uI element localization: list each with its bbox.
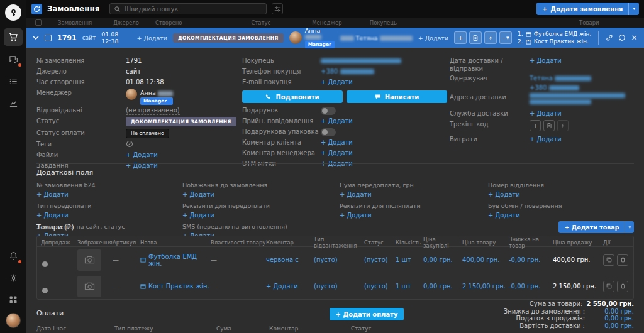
add-tracking-button[interactable]: + bbox=[530, 120, 541, 131]
add-delivery-service-link[interactable]: + Додати bbox=[530, 109, 562, 117]
add-delivery-link[interactable]: + Додати bbox=[418, 35, 448, 41]
tracking-lightning-button[interactable] bbox=[557, 120, 569, 131]
column-header[interactable]: Статус bbox=[251, 19, 270, 26]
status-link[interactable]: (пусто) bbox=[364, 256, 396, 264]
add-product-dropdown[interactable]: ▾ bbox=[625, 221, 634, 233]
status-badge[interactable]: ДОКОМПЛЕКТАЦИЯ ЗАМОВЛЕННЯ bbox=[126, 117, 236, 126]
search-settings-button[interactable] bbox=[272, 3, 283, 14]
column-header[interactable]: Створено bbox=[155, 19, 182, 26]
no-tags-icon[interactable] bbox=[126, 140, 133, 148]
sidebar-item-apps[interactable] bbox=[4, 291, 23, 308]
total-delivery-value[interactable]: 0,00 грн. bbox=[589, 322, 634, 330]
delivery-address[interactable] bbox=[530, 93, 625, 104]
add-order-dropdown[interactable]: ▾ bbox=[628, 3, 639, 15]
product-row[interactable]: — Кост Практик жін. — + Додати (пусто) (… bbox=[37, 273, 633, 299]
manager-value[interactable]: Анна Manager bbox=[126, 89, 173, 105]
add-field-link[interactable]: + Додати bbox=[340, 212, 372, 219]
add-greeting-link[interactable]: + Додати bbox=[321, 117, 353, 125]
add-product-button[interactable]: + Додати товар ▾ bbox=[558, 221, 634, 233]
write-button[interactable]: Написати bbox=[347, 90, 447, 103]
gift-wrap-toggle[interactable] bbox=[321, 128, 336, 136]
select-all-checkbox[interactable] bbox=[35, 19, 42, 26]
product-name-link[interactable]: Футболка ЕМД жін. bbox=[140, 253, 211, 267]
lightning-button[interactable] bbox=[484, 31, 497, 44]
comment-link[interactable]: червона с bbox=[266, 256, 314, 264]
add-files-link[interactable]: + Додати bbox=[126, 151, 158, 159]
gift-toggle[interactable] bbox=[321, 107, 336, 115]
responsible-value[interactable]: (не призначено) bbox=[126, 106, 180, 115]
add-field-link[interactable]: + Додати bbox=[488, 191, 520, 198]
column-header[interactable]: Джерело bbox=[113, 19, 139, 26]
sidebar-item-chats[interactable] bbox=[4, 50, 23, 68]
column-header[interactable]: Менеджер bbox=[312, 19, 342, 26]
add-email-link[interactable]: + Додати bbox=[321, 78, 353, 86]
purchase-price-link[interactable]: 0,00 грн. bbox=[423, 282, 462, 290]
search-input[interactable] bbox=[124, 6, 262, 13]
user-avatar[interactable] bbox=[6, 313, 21, 328]
product-price-link[interactable]: 400,00 грн. bbox=[462, 256, 509, 264]
more-actions-button[interactable]: – ▾ bbox=[499, 31, 512, 44]
order-manager[interactable]: Анна Manager bbox=[289, 28, 335, 48]
close-icon[interactable]: × bbox=[631, 35, 638, 41]
quantity-link[interactable]: 1 шт bbox=[396, 282, 423, 290]
purchase-price-link[interactable]: 0,00 грн. bbox=[423, 256, 462, 264]
add-field-link[interactable]: + Додати bbox=[36, 191, 69, 198]
link-icon[interactable] bbox=[606, 34, 613, 41]
column-header[interactable]: Товари bbox=[579, 19, 599, 26]
quantity-link[interactable]: 1 шт bbox=[396, 256, 423, 264]
add-field-link[interactable]: + Додати bbox=[488, 212, 520, 219]
document-button[interactable] bbox=[469, 31, 482, 44]
history-icon[interactable] bbox=[618, 34, 626, 41]
total-tax-value[interactable]: 0,00 грн. bbox=[589, 315, 634, 322]
sidebar-item-orders[interactable] bbox=[4, 28, 23, 46]
receiver-phone-link[interactable]: +380 bbox=[530, 84, 591, 92]
add-tag-link[interactable]: + Додати bbox=[137, 35, 167, 41]
collapse-chevron-icon[interactable] bbox=[33, 36, 39, 40]
copy-icon[interactable] bbox=[603, 254, 614, 266]
add-manager-comment-link[interactable]: + Додати bbox=[321, 149, 353, 157]
copy-icon[interactable] bbox=[603, 281, 614, 292]
sidebar-item-notifications[interactable] bbox=[4, 247, 23, 265]
add-payment-button[interactable]: + Додати оплату bbox=[330, 308, 404, 320]
sidebar-item-settings[interactable] bbox=[4, 269, 23, 287]
status-link[interactable]: (пусто) bbox=[364, 282, 396, 290]
app-logo[interactable] bbox=[5, 4, 21, 21]
product-image-placeholder[interactable] bbox=[77, 249, 101, 271]
payment-status-badge[interactable]: Не сплачено bbox=[126, 129, 169, 138]
add-costs-link[interactable]: + Додати bbox=[530, 135, 562, 143]
discount-link[interactable]: -0,00 грн. bbox=[509, 282, 553, 290]
sidebar-item-pipelines[interactable] bbox=[4, 72, 23, 90]
sidebar-item-analytics[interactable] bbox=[4, 94, 23, 112]
buyer-link[interactable] bbox=[321, 57, 401, 65]
trash-icon[interactable] bbox=[617, 254, 628, 266]
trash-icon[interactable] bbox=[617, 281, 628, 292]
total-discount-value[interactable]: 0,00 грн. bbox=[589, 308, 634, 315]
receiver-link[interactable]: Тетяна bbox=[530, 74, 591, 82]
column-header[interactable]: Покупець bbox=[370, 19, 397, 26]
add-order-button[interactable]: +Додати замовлення ▾ bbox=[536, 3, 639, 15]
add-field-link[interactable]: + Додати bbox=[182, 212, 214, 219]
order-row-expanded-header[interactable]: 1791 сайт 01.08 12:38 + Додати ДОКОМПЛЕК… bbox=[26, 28, 644, 48]
search-box[interactable] bbox=[109, 3, 267, 14]
product-image-placeholder[interactable] bbox=[77, 276, 101, 297]
comment-link[interactable]: + Додати bbox=[266, 282, 314, 290]
product-name-link[interactable]: Кост Практик жін. bbox=[140, 283, 211, 290]
tracking-document-button[interactable] bbox=[543, 120, 555, 131]
add-client-comment-link[interactable]: + Додати bbox=[321, 138, 353, 146]
call-button[interactable]: Подзвонити bbox=[242, 90, 343, 103]
column-header[interactable]: Замовлення bbox=[58, 19, 92, 26]
add-field-link[interactable]: + Додати bbox=[36, 212, 69, 219]
order-status-badge[interactable]: ДОКОМПЛЕКТАЦИЯ ЗАМОВЛЕННЯ bbox=[173, 33, 284, 43]
discount-link[interactable]: -0,00 грн. bbox=[509, 256, 553, 264]
add-field-link[interactable]: + Додати bbox=[182, 191, 214, 198]
shipment-link[interactable]: (пусто) bbox=[314, 282, 364, 290]
order-checkbox[interactable] bbox=[45, 35, 52, 41]
add-delivery-date-link[interactable]: + Додати bbox=[530, 57, 562, 65]
product-row[interactable]: — Футболка ЕМД жін. — червона с (пусто) … bbox=[37, 246, 633, 273]
product-price-link[interactable]: 2 150,00 грн. bbox=[462, 282, 509, 290]
refresh-button[interactable] bbox=[31, 4, 42, 14]
add-button[interactable]: + bbox=[454, 31, 467, 44]
buyer-phone-link[interactable]: +380 bbox=[321, 67, 374, 75]
order-customer[interactable]: Тетяна bbox=[340, 35, 413, 41]
add-field-link[interactable]: + Додати bbox=[340, 191, 372, 198]
